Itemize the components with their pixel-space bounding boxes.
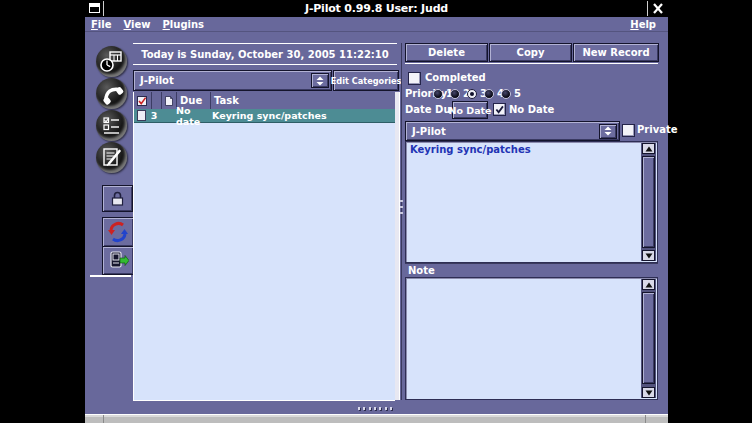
note-textarea[interactable] <box>405 277 658 400</box>
memo-icon <box>96 142 127 173</box>
column-task[interactable]: Task <box>211 92 395 109</box>
bottom-bar-divider <box>103 415 104 423</box>
memo-button[interactable] <box>96 142 127 173</box>
menu-plugins[interactable]: Plugins <box>157 19 211 30</box>
scroll-down-button[interactable] <box>642 387 655 398</box>
category-dropdown[interactable]: J-Pilot <box>133 70 332 91</box>
row-priority: 3 <box>146 110 162 121</box>
todo-list: Due Task 3 No date Keyring sync/patches <box>133 92 395 401</box>
category-value: J-Pilot <box>134 75 311 86</box>
row-due: No date <box>176 105 212 127</box>
sync-button[interactable] <box>102 217 134 247</box>
lock-button[interactable] <box>102 185 133 212</box>
datebook-button[interactable] <box>96 46 127 77</box>
close-icon <box>651 2 665 15</box>
priority-radio-1[interactable] <box>433 89 443 99</box>
todo-row-selected[interactable]: 3 No date Keyring sync/patches <box>134 109 395 123</box>
detail-category-value: J-Pilot <box>406 126 599 137</box>
column-completed[interactable] <box>134 92 152 109</box>
arrow-up-icon <box>645 146 653 152</box>
arrow-up-icon <box>645 282 653 288</box>
lock-icon <box>109 190 126 207</box>
description-scrollbar[interactable] <box>641 143 656 261</box>
scroll-up-button[interactable] <box>642 279 655 290</box>
completed-checkbox[interactable] <box>408 72 421 85</box>
column-note[interactable] <box>162 92 177 109</box>
private-checkbox[interactable] <box>622 124 635 137</box>
note-column-icon <box>165 96 173 106</box>
detail-category-spinner[interactable] <box>599 124 617 139</box>
priority-radio-4[interactable] <box>484 89 494 99</box>
no-date-checkbox-label: No Date <box>509 104 554 115</box>
datebook-icon <box>96 46 127 77</box>
window-title: J-Pilot 0.99.8 User: Judd <box>85 2 668 15</box>
backup-icon <box>107 250 129 271</box>
bottom-bar-divider <box>645 415 646 423</box>
todo-icon <box>96 110 127 141</box>
no-date-button[interactable]: No Date <box>452 101 488 119</box>
detail-separator <box>405 63 658 64</box>
priority-radio-5[interactable] <box>501 89 511 99</box>
row-task: Keyring sync/patches <box>212 110 327 121</box>
scroll-thumb[interactable] <box>642 292 655 384</box>
sidebar-divider <box>90 275 131 277</box>
description-text: Keyring sync/patches <box>410 144 639 155</box>
note-label: Note <box>408 265 435 276</box>
scroll-up-button[interactable] <box>642 143 655 154</box>
priority-label: Priority: <box>405 88 451 99</box>
pane-divider-grip[interactable] <box>399 200 404 214</box>
todo-list-header: Due Task <box>134 92 395 110</box>
spinner-arrows-icon <box>316 76 324 86</box>
menu-help[interactable]: Help <box>624 19 662 30</box>
checkmark-icon <box>495 105 504 114</box>
menu-file[interactable]: File <box>85 19 117 30</box>
todo-button[interactable] <box>96 110 127 141</box>
note-scrollbar[interactable] <box>641 279 656 398</box>
scroll-down-button[interactable] <box>642 250 655 261</box>
address-button[interactable] <box>96 78 127 109</box>
output-pane-grip[interactable] <box>358 407 392 411</box>
description-textarea[interactable]: Keyring sync/patches <box>405 141 658 263</box>
edit-categories-button[interactable]: Edit Categories <box>333 70 399 91</box>
menu-view[interactable]: View <box>117 19 156 30</box>
priority-option-label-5: 5 <box>514 88 521 99</box>
pane-divider[interactable] <box>401 43 402 400</box>
row-completed-checkbox[interactable] <box>137 110 146 121</box>
close-button[interactable] <box>651 2 665 15</box>
spinner-arrows-icon <box>604 126 612 136</box>
scroll-thumb[interactable] <box>642 156 655 248</box>
bottom-bar <box>85 414 668 423</box>
private-label: Private <box>637 124 678 135</box>
new-record-button[interactable]: New Record <box>573 43 659 62</box>
today-banner: Today is Sunday, October 30, 2005 11:22:… <box>133 43 397 65</box>
titlebar: J-Pilot 0.99.8 User: Judd <box>85 0 668 17</box>
titlebar-divider-right <box>647 1 648 16</box>
note-header: Note <box>405 263 658 277</box>
priority-radio-3[interactable] <box>467 89 477 99</box>
no-date-checkbox[interactable] <box>493 103 506 116</box>
column-indicator[interactable] <box>152 92 162 109</box>
todo-list-scrollbar[interactable] <box>395 92 400 400</box>
backup-button[interactable] <box>102 246 134 275</box>
copy-button[interactable]: Copy <box>489 43 572 62</box>
category-spinner[interactable] <box>311 73 329 88</box>
completed-column-icon <box>137 96 147 106</box>
jpilot-window: J-Pilot 0.99.8 User: Judd File View Plug… <box>85 0 668 423</box>
priority-radio-2[interactable] <box>450 89 460 99</box>
delete-button[interactable]: Delete <box>405 43 488 62</box>
screen: J-Pilot 0.99.8 User: Judd File View Plug… <box>0 0 752 423</box>
completed-label: Completed <box>425 72 486 83</box>
arrow-down-icon <box>645 253 653 259</box>
arrow-down-icon <box>645 390 653 396</box>
menubar: File View Plugins Help <box>85 17 668 32</box>
sync-icon <box>107 221 129 243</box>
address-icon <box>96 78 127 109</box>
detail-category-dropdown[interactable]: J-Pilot <box>405 121 620 141</box>
